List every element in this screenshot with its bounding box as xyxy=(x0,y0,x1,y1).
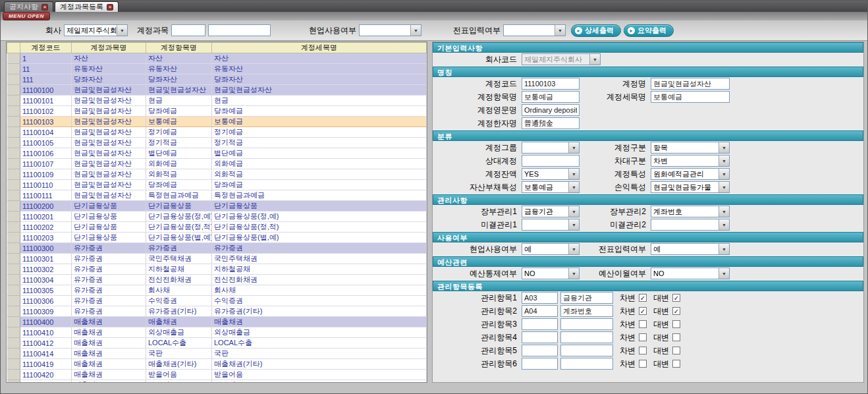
mgmt-name-input[interactable] xyxy=(560,331,613,343)
table-row[interactable]: 11100410 매출채권 외상매출금 외상매출금 xyxy=(7,327,427,338)
table-row[interactable]: 11100102 현금및현금성자산 당좌예금 당좌예금 xyxy=(7,106,427,117)
asset-liability-select[interactable]: 보통예금 ▼ xyxy=(522,181,580,193)
table-row[interactable]: 11100302 유가증권 지하철공채 지하철공채 xyxy=(7,264,427,275)
book-mgmt1-select[interactable]: 금융기관 ▼ xyxy=(522,206,580,217)
mgmt-code-input[interactable] xyxy=(522,305,558,317)
account-code-filter-input[interactable] xyxy=(171,24,205,36)
cell-code: 11100105 xyxy=(20,138,72,148)
credit-checkbox[interactable] xyxy=(672,320,680,328)
table-row[interactable]: 11100104 현금및현금성자산 정기예금 정기예금 xyxy=(7,127,427,138)
account-hanja-input[interactable] xyxy=(522,117,580,129)
table-row[interactable]: 111 당좌자산 당좌자산 당좌자산 xyxy=(7,74,427,85)
row-selector xyxy=(7,180,20,190)
table-row[interactable]: 11100306 유가증권 수익증권 수익증권 xyxy=(7,296,427,306)
table-row[interactable]: 11100414 매출채권 국판 국판 xyxy=(7,349,427,359)
debit-checkbox[interactable] xyxy=(639,320,647,328)
table-row[interactable]: 11100412 매출채권 LOCAL수출 LOCAL수출 xyxy=(7,338,427,349)
mgmt-code-input[interactable] xyxy=(522,331,558,343)
voucher-use-select[interactable]: 예 ▼ xyxy=(651,243,730,255)
debit-checkbox[interactable] xyxy=(639,360,647,368)
table-row[interactable]: 11100101 현금및현금성자산 현금 현금 xyxy=(7,96,427,106)
table-row[interactable]: 11100202 단기금융상품 단기금융상품(정,적) 단기금융상품(정,적) xyxy=(7,222,427,233)
table-row[interactable]: 11100422 매출채권 할인어음 할인어음 xyxy=(7,380,427,383)
credit-checkbox[interactable] xyxy=(672,307,680,315)
table-row[interactable]: 1 자산 자산 자산 xyxy=(7,53,427,64)
table-row[interactable]: 11100301 유가증권 국민주택채권 국민주택채권 xyxy=(7,254,427,264)
company-select[interactable]: 제일제지주식회사 ▼ xyxy=(64,24,128,36)
table-row[interactable]: 11100107 현금및현금성자산 외화예금 외화예금 xyxy=(7,159,427,169)
field-use-select[interactable]: 예 ▼ xyxy=(522,243,580,255)
mgmt-code-input[interactable] xyxy=(522,318,558,330)
mgmt-item-row: 관리항목5 차변 대변 xyxy=(433,344,863,357)
table-row[interactable]: 11100111 현금및현금성자산 특정현금과예금 특정현금과예금 xyxy=(7,190,427,201)
account-code-input[interactable] xyxy=(522,78,580,90)
summary-print-button[interactable]: ▸ 요약출력 xyxy=(624,24,674,37)
cell-code: 11100100 xyxy=(20,85,72,96)
row-selector xyxy=(7,327,20,338)
mgmt-name-input[interactable] xyxy=(560,305,613,317)
contra-account-input[interactable] xyxy=(522,155,580,167)
table-row[interactable]: 11100201 단기금융상품 단기금융상품(정,예) 단기금융상품(정,예) xyxy=(7,211,427,222)
row-selector xyxy=(7,306,20,317)
table-row[interactable]: 11100100 현금및현금성자산 현금및현금성자산 현금및현금성자산 xyxy=(7,85,427,96)
account-item-input[interactable] xyxy=(522,91,580,103)
credit-checkbox[interactable] xyxy=(672,294,680,302)
table-row[interactable]: 11100106 현금및현금성자산 별단예금 별단예금 xyxy=(7,148,427,159)
credit-checkbox[interactable] xyxy=(672,347,680,354)
debit-checkbox[interactable] xyxy=(639,347,647,354)
tab-notice[interactable]: 공지사항 × xyxy=(4,1,53,12)
table-row[interactable]: 11100200 단기금융상품 단기금융상품 단기금융상품 xyxy=(7,201,427,211)
debit-checkbox[interactable] xyxy=(639,333,647,341)
menu-open-button[interactable]: MENU OPEN xyxy=(3,12,50,20)
open-mgmt2-select[interactable]: ▼ xyxy=(651,219,730,231)
voucher-filter-select[interactable]: ▼ xyxy=(503,24,566,36)
table-row[interactable]: 11100400 매출채권 매출채권 매출채권 xyxy=(7,317,427,327)
account-detail-input[interactable] xyxy=(651,91,730,103)
table-row[interactable]: 11100110 현금및현금성자산 당좌예금 당좌예금 xyxy=(7,180,427,190)
mgmt-code-input[interactable] xyxy=(522,358,558,370)
table-row[interactable]: 11 유동자산 유동자산 유동자산 xyxy=(7,64,427,74)
chevron-down-icon: ▼ xyxy=(719,268,729,279)
table-row[interactable]: 11100420 매출채권 받을어음 받을어음 xyxy=(7,370,427,380)
profit-loss-select[interactable]: 현금및현금등가물 ▼ xyxy=(651,181,730,193)
mgmt-name-input[interactable] xyxy=(560,318,613,330)
mgmt-name-input[interactable] xyxy=(560,345,613,356)
tab-account-registration[interactable]: 계정과목등록 × xyxy=(55,1,119,12)
table-row[interactable]: 11100105 현금및현금성자산 정기적금 정기적금 xyxy=(7,138,427,148)
mgmt-name-input[interactable] xyxy=(560,292,613,304)
book-mgmt2-select[interactable]: 계좌번호 ▼ xyxy=(651,206,730,217)
account-name-input[interactable] xyxy=(651,78,730,90)
account-group-select[interactable]: ▼ xyxy=(522,142,580,154)
tab-close-icon[interactable]: × xyxy=(41,4,48,11)
debit-credit-select[interactable]: 차변 ▼ xyxy=(651,155,730,167)
detail-print-button[interactable]: ▸ 상세출력 xyxy=(571,24,621,37)
mgmt-code-input[interactable] xyxy=(522,345,558,356)
debit-checkbox[interactable] xyxy=(639,294,647,302)
cell-detail: 별단예금 xyxy=(212,148,427,159)
mgmt-name-input[interactable] xyxy=(560,358,613,370)
debit-checkbox[interactable] xyxy=(639,307,647,315)
budget-carry-select[interactable]: NO ▼ xyxy=(651,267,730,279)
table-row[interactable]: 11100103 현금및현금성자산 보통예금 보통예금 xyxy=(7,117,427,127)
account-character-select[interactable]: 원화예적금관리 ▼ xyxy=(651,168,730,180)
field-use-filter-select[interactable]: ▼ xyxy=(359,24,421,36)
table-row[interactable]: 11100309 유가증권 유가증권(기타) 유가증권(기타) xyxy=(7,306,427,317)
table-row[interactable]: 11100305 유가증권 회사채 회사채 xyxy=(7,285,427,296)
tab-label: 공지사항 xyxy=(9,2,38,12)
account-gubun-select[interactable]: 항목 ▼ xyxy=(651,142,730,154)
table-row[interactable]: 11100419 매출채권 매출채권(기타) 매출채권(기타) xyxy=(7,359,427,370)
credit-checkbox[interactable] xyxy=(672,333,680,341)
budget-control-select[interactable]: NO ▼ xyxy=(522,267,580,279)
table-row[interactable]: 11100109 현금및현금성자산 외화적금 외화적금 xyxy=(7,169,427,180)
mgmt-code-input[interactable] xyxy=(522,292,558,304)
debit-label: 차변 xyxy=(620,319,636,330)
table-row[interactable]: 11100203 단기금융상품 단기금융상품(별,예) 단기금융상품(별,예) xyxy=(7,233,427,243)
open-mgmt1-select[interactable]: ▼ xyxy=(522,219,580,231)
credit-checkbox[interactable] xyxy=(672,360,680,368)
tab-close-icon[interactable]: × xyxy=(107,4,113,11)
account-balance-select[interactable]: YES ▼ xyxy=(522,168,580,180)
account-english-input[interactable] xyxy=(522,104,580,116)
table-row[interactable]: 11100300 유가증권 유가증권 유가증권 xyxy=(7,243,427,254)
account-name-filter-input[interactable] xyxy=(208,24,271,36)
table-row[interactable]: 11100304 유가증권 전신전화채권 전신전화채권 xyxy=(7,275,427,285)
